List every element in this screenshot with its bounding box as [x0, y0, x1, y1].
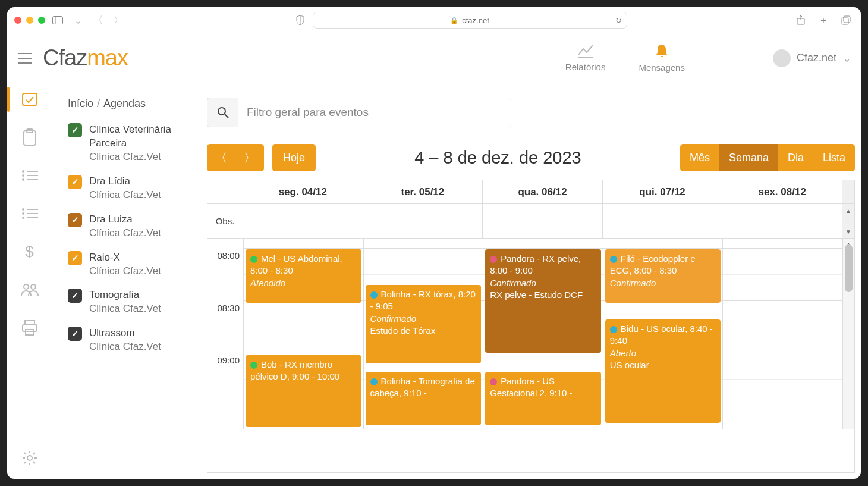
menu-button[interactable]: [7, 53, 43, 64]
scrollbar[interactable]: ▲: [842, 239, 854, 429]
status-dot-icon: [370, 291, 378, 299]
prev-button[interactable]: 〈: [207, 144, 235, 171]
sidebar-toggle-icon[interactable]: [50, 12, 65, 28]
checkbox-icon[interactable]: ✓: [68, 213, 82, 227]
event[interactable]: Filó - Ecodoppler e ECG, 8:00 - 8:30 Con…: [605, 249, 721, 303]
back-button[interactable]: 〈: [90, 12, 106, 28]
scroll-down-icon[interactable]: ▼: [842, 226, 854, 237]
svg-rect-26: [25, 321, 34, 325]
url-bar[interactable]: 🔒 cfaz.net ↻: [313, 12, 627, 29]
status-dot-icon: [250, 362, 257, 369]
status-dot-icon: [610, 256, 617, 263]
reports-button[interactable]: Relatórios: [549, 44, 622, 72]
next-button[interactable]: 〉: [235, 144, 264, 171]
svg-point-12: [22, 170, 24, 173]
today-button[interactable]: Hoje: [272, 144, 316, 171]
status-dot-icon: [370, 378, 378, 385]
avatar: [773, 49, 791, 67]
search-input[interactable]: [238, 98, 511, 127]
scroll-up-icon[interactable]: ▲: [842, 205, 854, 216]
svg-point-20: [22, 212, 24, 215]
view-list[interactable]: Lista: [813, 144, 855, 171]
view-day[interactable]: Dia: [778, 144, 813, 171]
status-dot-icon: [610, 326, 617, 333]
day-header: qui. 07/12: [603, 180, 723, 203]
svg-rect-4: [844, 16, 850, 23]
breadcrumb: Início/Agendas: [68, 98, 195, 110]
shield-icon[interactable]: [293, 12, 308, 28]
close-window-button[interactable]: [14, 17, 21, 24]
event[interactable]: Pandora - US Gestacional 2, 9:10 -: [485, 372, 601, 425]
reload-icon[interactable]: ↻: [615, 16, 622, 25]
nav-people[interactable]: [21, 281, 39, 299]
event[interactable]: Bolinha - Tomografia de cabeça, 9:10 -: [366, 372, 482, 425]
svg-point-14: [22, 174, 24, 177]
status-dot-icon: [490, 256, 497, 263]
checkbox-icon[interactable]: ✓: [68, 251, 82, 265]
status-dot-icon: [490, 378, 497, 385]
svg-line-31: [225, 114, 228, 118]
chevron-down-icon: ⌄: [842, 52, 851, 65]
scroll-thumb[interactable]: [845, 244, 853, 292]
event[interactable]: Pandora - RX pelve, 8:00 - 9:00 Confirma…: [485, 249, 601, 353]
agenda-item[interactable]: ✓TomografiaClínica Cfaz.Vet: [68, 289, 195, 316]
checkbox-icon[interactable]: ✓: [68, 327, 82, 341]
titlebar-dropdown-icon[interactable]: ⌄: [70, 12, 86, 28]
nav-list1[interactable]: [21, 167, 39, 184]
nav-clipboard[interactable]: [21, 128, 39, 146]
agenda-item[interactable]: ✓Dra LídiaClínica Cfaz.Vet: [68, 175, 195, 202]
day-header: qua. 06/12: [483, 180, 603, 203]
svg-point-16: [22, 178, 24, 181]
svg-rect-0: [53, 17, 63, 24]
view-month[interactable]: Mês: [680, 144, 719, 171]
nav-agenda[interactable]: [21, 90, 39, 108]
window-controls: [14, 17, 45, 24]
agenda-list: ✓Clínica Veterinária ParceiraClínica Cfa…: [68, 123, 195, 354]
breadcrumb-page: Agendas: [103, 98, 146, 109]
day-header: sex. 08/12: [722, 180, 842, 203]
checkbox-icon[interactable]: ✓: [68, 175, 82, 189]
breadcrumb-root[interactable]: Início: [68, 98, 93, 109]
new-tab-icon[interactable]: ＋: [816, 12, 831, 28]
nav-list2[interactable]: [21, 205, 39, 222]
lock-icon: 🔒: [450, 17, 458, 24]
search-icon: [207, 98, 238, 127]
svg-rect-9: [23, 93, 37, 105]
agenda-item[interactable]: ✓Clínica Veterinária ParceiraClínica Cfa…: [68, 123, 195, 164]
svg-point-29: [27, 456, 32, 460]
view-week[interactable]: Semana: [719, 144, 778, 171]
svg-point-30: [218, 108, 225, 115]
app-logo: Cfazmax: [43, 45, 128, 71]
url-text: cfaz.net: [462, 16, 489, 25]
event[interactable]: Bolinha - RX tórax, 8:20 - 9:05 Confirma…: [366, 285, 482, 363]
event[interactable]: Bob - RX membro pélvico D, 9:00 - 10:00: [246, 355, 361, 427]
day-header: seg. 04/12: [243, 180, 363, 203]
user-menu[interactable]: Cfaz.net ⌄: [773, 49, 851, 67]
minimize-window-button[interactable]: [26, 17, 33, 24]
calendar-grid: seg. 04/12 ter. 05/12 qua. 06/12 qui. 07…: [207, 180, 855, 473]
svg-rect-3: [842, 18, 848, 24]
share-icon[interactable]: [793, 12, 809, 28]
bell-icon: [655, 43, 669, 59]
agenda-item[interactable]: ✓Dra LuizaClínica Cfaz.Vet: [68, 213, 195, 240]
event[interactable]: Bidu - US ocular, 8:40 - 9:40 Aberto US …: [605, 319, 721, 423]
nav-rail: $: [7, 83, 52, 479]
nav-settings[interactable]: [21, 449, 39, 467]
nav-finance[interactable]: $: [21, 243, 39, 261]
agenda-item[interactable]: ✓Raio-XClínica Cfaz.Vet: [68, 251, 195, 278]
checkbox-icon[interactable]: ✓: [68, 289, 82, 303]
maximize-window-button[interactable]: [38, 17, 45, 24]
browser-titlebar: ⌄ 〈 〉 🔒 cfaz.net ↻ ＋: [7, 7, 861, 33]
messages-button[interactable]: Mensagens: [622, 43, 702, 73]
date-range-title: 4 – 8 de dez. de 2023: [316, 148, 680, 168]
checkbox-icon[interactable]: ✓: [68, 123, 82, 137]
chart-icon: [577, 44, 594, 58]
event[interactable]: Mel - US Abdominal, 8:00 - 8:30 Atendido: [246, 249, 361, 303]
tabs-icon[interactable]: [838, 12, 854, 28]
svg-point-25: [31, 284, 36, 289]
svg-point-24: [24, 284, 29, 289]
app-header: Cfazmax Relatórios Mensagens Cfaz.net ⌄: [7, 33, 861, 83]
agenda-item[interactable]: ✓UltrassomClínica Cfaz.Vet: [68, 327, 195, 354]
forward-button[interactable]: 〉: [111, 12, 126, 28]
nav-print[interactable]: [21, 319, 39, 337]
